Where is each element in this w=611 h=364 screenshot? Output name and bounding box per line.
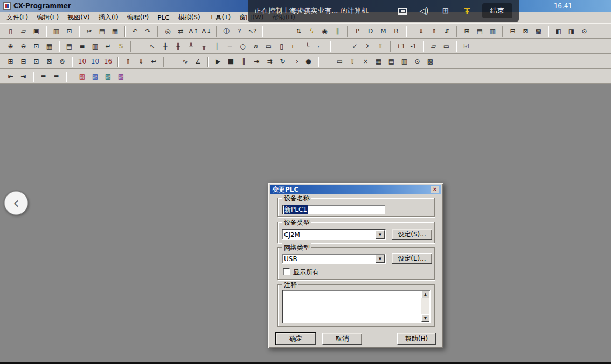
device-type-select[interactable]: CJ2M ▼ <box>282 229 386 240</box>
symbol-table-button[interactable]: ▤ <box>63 40 75 52</box>
print-button[interactable]: ▥ <box>50 25 63 37</box>
forced-status-button[interactable]: ▤ <box>385 55 398 67</box>
close-icon[interactable]: × <box>431 186 439 193</box>
watch-window-button[interactable]: ⊟ <box>506 25 519 37</box>
monitor-decimal-button[interactable]: 10 <box>76 55 88 67</box>
jump-back-button[interactable]: ↩ <box>148 55 160 67</box>
network-type-settings-button[interactable]: 设定(E)... <box>392 253 432 264</box>
menu-simulation[interactable]: 模拟(S) <box>174 11 205 24</box>
back-button[interactable]: ‹ <box>4 191 28 215</box>
program-mode-button[interactable]: P <box>351 25 364 37</box>
show-section-button[interactable]: S <box>115 40 127 52</box>
symbol-list-button[interactable]: ≡ <box>37 71 50 82</box>
plc-memory-button[interactable]: ▥ <box>487 25 499 37</box>
online-edit-send-button[interactable]: ⇧ <box>346 55 359 67</box>
debug-mode-button[interactable]: D <box>364 25 377 37</box>
sim-step-over-button[interactable]: ⇉ <box>263 55 276 67</box>
sim-run-to-cursor-button[interactable]: ⇒ <box>289 55 302 67</box>
transfer-from-plc-button[interactable]: ⇑ <box>428 25 440 37</box>
forced-set-button[interactable]: ▨ <box>76 71 88 82</box>
indent-rung-button[interactable]: ⇥ <box>17 71 30 82</box>
toggle-grid-button[interactable]: ▦ <box>43 40 55 52</box>
print-preview-button[interactable]: ⊡ <box>63 25 75 37</box>
menu-insert[interactable]: 插入(I) <box>94 11 123 24</box>
sim-pause-button[interactable]: ‖ <box>238 55 250 67</box>
about-button[interactable]: ⓘ <box>220 25 233 37</box>
relay-icon[interactable]: Ŧ <box>460 4 475 17</box>
online-edit-begin-button[interactable]: ▭ <box>334 55 346 67</box>
cross-ref-window-button[interactable]: ⊠ <box>43 55 55 67</box>
compare-with-plc-button[interactable]: ⇵ <box>441 25 453 37</box>
sim-step-button[interactable]: ⇥ <box>251 55 263 67</box>
new-closed-coil-button[interactable]: ⌀ <box>249 40 262 52</box>
output-window-button[interactable]: ⊟ <box>17 55 30 67</box>
open-button[interactable]: ▱ <box>17 25 30 37</box>
device-type-settings-button[interactable]: 设定(S)... <box>392 229 432 240</box>
forced-reset-button[interactable]: ▨ <box>89 71 101 82</box>
redo-button[interactable]: ↷ <box>142 25 154 37</box>
show-options-button[interactable]: ☑ <box>460 40 473 52</box>
windows-grid-icon[interactable]: ⊞ <box>438 4 453 17</box>
sim-breakpoint-button[interactable]: ● <box>302 55 315 67</box>
tile-windows-button[interactable]: ◧ <box>552 25 565 37</box>
dock-window-button[interactable]: ▭ <box>440 40 453 52</box>
symbols-window-button[interactable]: ⊚ <box>56 55 68 67</box>
monitor-mode-button[interactable]: M <box>377 25 390 37</box>
scroll-track[interactable] <box>421 298 429 314</box>
address-decrement-button[interactable]: -1 <box>407 40 420 52</box>
horizontal-line-button[interactable]: ─ <box>224 40 236 52</box>
search-up-button[interactable]: A↑ <box>188 25 200 37</box>
custom-monitor-button[interactable]: ▩ <box>424 55 436 67</box>
new-contact-button[interactable]: ╂ <box>159 40 171 52</box>
vertical-line-button[interactable]: │ <box>211 40 223 52</box>
previous-reference-button[interactable]: ⇑ <box>122 55 134 67</box>
scroll-down-icon[interactable]: ▼ <box>421 314 429 322</box>
sim-stop-button[interactable]: ■ <box>225 55 237 67</box>
wrap-comment-button[interactable]: ↵ <box>102 40 114 52</box>
undo-button[interactable]: ↶ <box>129 25 141 37</box>
context-help-button[interactable]: ↖? <box>246 25 259 37</box>
compile-button[interactable]: Σ <box>362 40 374 52</box>
online-edit-cancel-button[interactable]: × <box>359 55 372 67</box>
transfer-changes-button[interactable]: ⇧ <box>374 40 387 52</box>
new-or-contact-button[interactable]: ╨ <box>185 40 197 52</box>
work-online-button[interactable]: ⇅ <box>293 25 305 37</box>
run-mode-button[interactable]: R <box>390 25 402 37</box>
project-window-button[interactable]: ⊞ <box>4 55 17 67</box>
chevron-down-icon[interactable]: ▼ <box>376 230 385 239</box>
address-list-button[interactable]: ≡ <box>50 71 63 82</box>
sim-run-button[interactable]: ▶ <box>212 55 224 67</box>
program-check-button[interactable]: ✓ <box>349 40 361 52</box>
speaker-icon[interactable]: ◁) <box>416 4 432 17</box>
menu-file[interactable]: 文件(F) <box>2 11 32 24</box>
cancel-button[interactable]: 取消 <box>322 333 362 345</box>
io-table-button[interactable]: ⊞ <box>461 25 473 37</box>
watch-sheet-button[interactable]: ⊡ <box>30 55 43 67</box>
sim-continuous-button[interactable]: ↻ <box>276 55 289 67</box>
chevron-down-icon[interactable]: ▼ <box>376 255 385 263</box>
differential-monitor-button[interactable]: ▨ <box>102 71 114 82</box>
device-name-input[interactable]: 新PLC1 <box>282 205 385 214</box>
io-monitor-button[interactable]: ▦ <box>372 55 385 67</box>
paste-button[interactable]: ▦ <box>109 25 121 37</box>
next-reference-button[interactable]: ⇓ <box>135 55 147 67</box>
remove-line-button[interactable]: ⌐ <box>314 40 327 52</box>
comment-scrollbar[interactable]: ▲ ▼ <box>421 291 429 322</box>
new-button[interactable]: ▯ <box>4 25 17 37</box>
cross-reference-button[interactable]: ⊠ <box>519 25 532 37</box>
outdent-rung-button[interactable]: ⇤ <box>4 71 17 82</box>
cut-button[interactable]: ✂ <box>83 25 95 37</box>
zoom-out-button[interactable]: ⊖ <box>17 40 30 52</box>
set-value-button[interactable]: ▥ <box>398 55 411 67</box>
menu-edit[interactable]: 编辑(E) <box>32 11 63 24</box>
pause-monitor-button[interactable]: ‖ <box>331 25 344 37</box>
show-all-checkbox[interactable] <box>283 268 290 275</box>
auto-online-button[interactable]: ϟ <box>306 25 318 37</box>
zoom-fit-button[interactable]: ⊡ <box>30 40 43 52</box>
select-mode-button[interactable]: ↖ <box>146 40 158 52</box>
fullscreen-icon[interactable] <box>395 4 410 17</box>
new-or-closed-contact-button[interactable]: ╥ <box>198 40 210 52</box>
io-comment-button[interactable]: ≡ <box>76 40 88 52</box>
fb-parameter-button[interactable]: ⊏ <box>288 40 301 52</box>
menu-view[interactable]: 视图(V) <box>63 11 94 24</box>
